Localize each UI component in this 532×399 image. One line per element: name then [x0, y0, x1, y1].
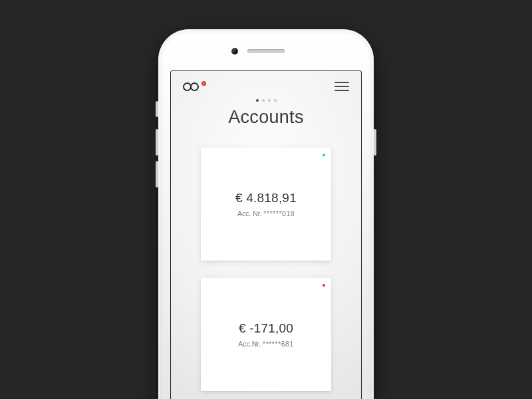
page-dot[interactable] — [274, 99, 277, 102]
logo-badge-icon — [201, 81, 206, 86]
front-camera — [231, 48, 238, 55]
page-title: Accounts — [171, 107, 361, 128]
account-balance: € -171,00 — [239, 321, 293, 336]
account-balance: € 4.818,91 — [235, 191, 297, 205]
page-dot[interactable] — [262, 99, 265, 102]
status-dot-icon — [323, 284, 325, 287]
account-card-list: € 4.818,91 Acc. Nr. ******018 € -171,00 … — [171, 148, 361, 391]
account-number-masked: ******681 — [263, 340, 294, 348]
hamburger-icon — [334, 82, 349, 83]
volume-up-button[interactable] — [156, 129, 158, 156]
account-number: Acc. Nr. ******018 — [237, 209, 295, 217]
screen: Accounts € 4.818,91 Acc. Nr. ******018 €… — [170, 70, 362, 399]
account-card[interactable]: € 4.818,91 Acc. Nr. ******018 — [201, 148, 331, 261]
account-card[interactable]: € -171,00 Acc.Nr. ******681 — [201, 278, 331, 391]
phone-frame: Accounts € 4.818,91 Acc. Nr. ******018 €… — [158, 29, 374, 399]
menu-button[interactable] — [334, 82, 349, 91]
app-header — [171, 71, 361, 98]
page-dot[interactable] — [268, 99, 271, 102]
mute-switch[interactable] — [156, 101, 158, 117]
logo-ring-right-icon — [190, 82, 199, 91]
page-indicator[interactable] — [171, 99, 361, 102]
account-number-masked: ******018 — [264, 209, 295, 217]
volume-down-button[interactable] — [156, 161, 158, 188]
earpiece-speaker — [247, 49, 285, 53]
power-button[interactable] — [374, 129, 376, 156]
account-number-label: Acc.Nr. — [238, 340, 261, 348]
app-logo[interactable] — [183, 82, 206, 91]
page-dot[interactable] — [256, 99, 259, 102]
status-dot-icon — [323, 154, 325, 156]
account-number-label: Acc. Nr. — [237, 209, 262, 217]
account-number: Acc.Nr. ******681 — [238, 340, 293, 348]
